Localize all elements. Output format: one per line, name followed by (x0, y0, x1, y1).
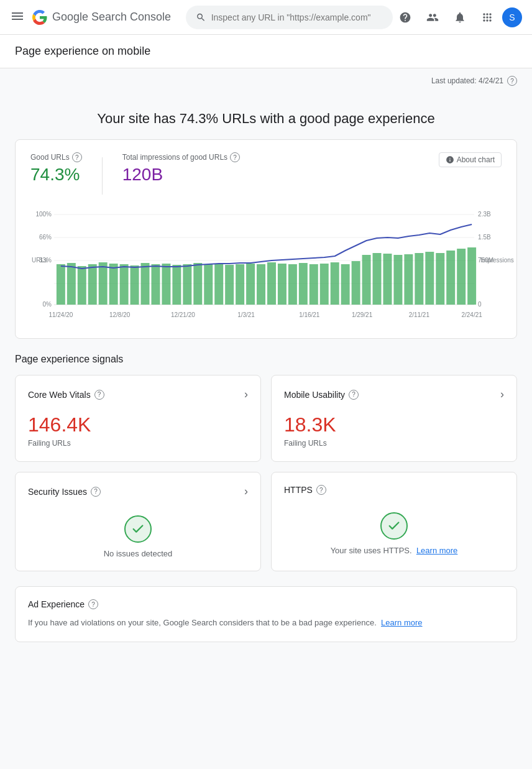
mobile-usability-arrow[interactable]: › (500, 388, 504, 401)
svg-rect-42 (341, 264, 350, 305)
svg-text:2.3B: 2.3B (478, 211, 491, 218)
chart-svg: 100% 66% 33% 0% URLs Impressions 2.3B 1.… (30, 202, 502, 326)
last-updated-bar: Last updated: 4/24/21 ? (0, 68, 532, 93)
good-urls-label: Good URLs ? (30, 152, 82, 162)
svg-text:1/3/21: 1/3/21 (237, 311, 255, 318)
impressions-value: 120B (122, 165, 240, 185)
chart-container: 100% 66% 33% 0% URLs Impressions 2.3B 1.… (30, 202, 502, 328)
svg-text:66%: 66% (39, 234, 52, 241)
security-issues-ok-text: No issues detected (104, 549, 173, 558)
svg-rect-16 (67, 263, 76, 305)
ad-experience-help[interactable]: ? (88, 599, 98, 609)
svg-rect-41 (331, 262, 339, 305)
good-urls-value: 74.3% (30, 165, 82, 185)
svg-rect-38 (299, 263, 308, 305)
svg-rect-47 (393, 255, 402, 305)
svg-rect-52 (446, 251, 455, 305)
svg-rect-19 (99, 262, 108, 305)
topbar-actions: S (393, 5, 522, 30)
search-input[interactable] (211, 12, 383, 22)
main-content: Last updated: 4/24/21 ? Your site has 74… (0, 68, 532, 642)
menu-icon[interactable] (10, 9, 25, 25)
security-issues-help[interactable]: ? (91, 487, 101, 497)
good-urls-help[interactable]: ? (72, 152, 82, 162)
impressions-metric: Total impressions of good URLs ? 120B (122, 152, 240, 185)
svg-text:2/11/21: 2/11/21 (409, 311, 430, 318)
mobile-usability-help[interactable]: ? (349, 390, 359, 400)
svg-rect-17 (78, 266, 86, 305)
svg-rect-48 (404, 254, 413, 305)
svg-rect-36 (278, 264, 287, 305)
svg-rect-43 (352, 261, 360, 305)
ad-experience-title: Ad Experience ? (28, 599, 504, 609)
last-updated-date: 4/24/21 (479, 76, 503, 85)
hero-section: Your site has 74.3% URLs with a good pag… (0, 93, 532, 139)
core-web-vitals-header: Core Web Vitals ? › (28, 388, 248, 401)
apps-button[interactable] (475, 5, 500, 30)
impressions-label: Total impressions of good URLs ? (122, 152, 240, 162)
https-ok-text: Your site uses HTTPS. Learn more (331, 546, 458, 555)
about-chart-button[interactable]: About chart (439, 152, 502, 167)
svg-text:0%: 0% (43, 301, 52, 308)
hero-headline: Your site has 74.3% URLs with a good pag… (15, 111, 517, 127)
svg-rect-45 (373, 253, 382, 305)
signals-grid: Core Web Vitals ? › 146.4K Failing URLs … (15, 375, 517, 571)
logo: Google Search Console (32, 10, 171, 25)
svg-rect-20 (109, 264, 118, 305)
help-button[interactable] (393, 5, 418, 30)
svg-rect-49 (415, 253, 423, 305)
search-bar[interactable] (186, 6, 393, 29)
security-issues-header: Security Issues ? › (28, 485, 248, 498)
security-issues-arrow[interactable]: › (244, 485, 248, 498)
page-title: Page experience on mobile (15, 45, 517, 58)
ad-experience-learn-more-link[interactable]: Learn more (381, 618, 422, 627)
core-web-vitals-arrow[interactable]: › (244, 388, 248, 401)
last-updated-label: Last updated: (431, 76, 477, 85)
good-urls-metric: Good URLs ? 74.3% (30, 152, 82, 185)
svg-text:1/16/21: 1/16/21 (299, 311, 320, 318)
mobile-usability-title: Mobile Usability ? (284, 390, 359, 400)
svg-rect-30 (214, 264, 223, 305)
signals-title: Page experience signals (15, 354, 517, 365)
security-issues-title: Security Issues ? (28, 487, 101, 497)
https-help[interactable]: ? (316, 485, 326, 495)
core-web-vitals-value: 146.4K (28, 413, 248, 436)
https-learn-more-link[interactable]: Learn more (416, 546, 457, 555)
core-web-vitals-help[interactable]: ? (94, 390, 104, 400)
manage-users-button[interactable] (420, 5, 445, 30)
svg-rect-54 (467, 247, 476, 305)
svg-rect-34 (257, 264, 265, 305)
svg-text:1.5B: 1.5B (478, 234, 491, 241)
https-title: HTTPS ? (284, 485, 326, 495)
svg-text:11/24/20: 11/24/20 (48, 311, 73, 318)
mobile-usability-sublabel: Failing URLs (284, 439, 504, 448)
metric-divider (102, 157, 103, 195)
svg-text:12/8/20: 12/8/20 (109, 311, 131, 318)
svg-rect-37 (288, 264, 297, 305)
avatar[interactable]: S (502, 7, 522, 27)
ad-experience-desc: If you have ad violations on your site, … (28, 617, 504, 629)
signals-section: Page experience signals Core Web Vitals … (0, 354, 532, 586)
svg-text:12/21/20: 12/21/20 (171, 311, 195, 318)
svg-text:100%: 100% (35, 211, 52, 218)
svg-rect-39 (310, 264, 318, 305)
svg-rect-29 (204, 264, 213, 305)
mobile-usability-header: Mobile Usability ? › (284, 388, 504, 401)
https-header: HTTPS ? (284, 485, 504, 495)
svg-rect-24 (151, 264, 160, 305)
svg-rect-26 (172, 265, 181, 305)
svg-rect-22 (131, 265, 139, 305)
impressions-help[interactable]: ? (230, 152, 240, 162)
mobile-usability-value: 18.3K (284, 413, 504, 436)
notifications-button[interactable] (447, 5, 472, 30)
core-web-vitals-sublabel: Failing URLs (28, 439, 248, 448)
svg-rect-53 (457, 249, 466, 305)
svg-text:750M: 750M (478, 257, 493, 264)
ad-experience-card: Ad Experience ? If you have ad violation… (15, 586, 517, 642)
topbar: Google Search Console S (0, 0, 532, 35)
security-issues-card: Security Issues ? › No issues detected (15, 472, 261, 571)
svg-rect-51 (436, 253, 444, 305)
https-card: HTTPS ? Your site uses HTTPS. Learn more (271, 472, 517, 571)
last-updated-help-icon[interactable]: ? (507, 76, 517, 86)
svg-rect-27 (183, 264, 191, 305)
